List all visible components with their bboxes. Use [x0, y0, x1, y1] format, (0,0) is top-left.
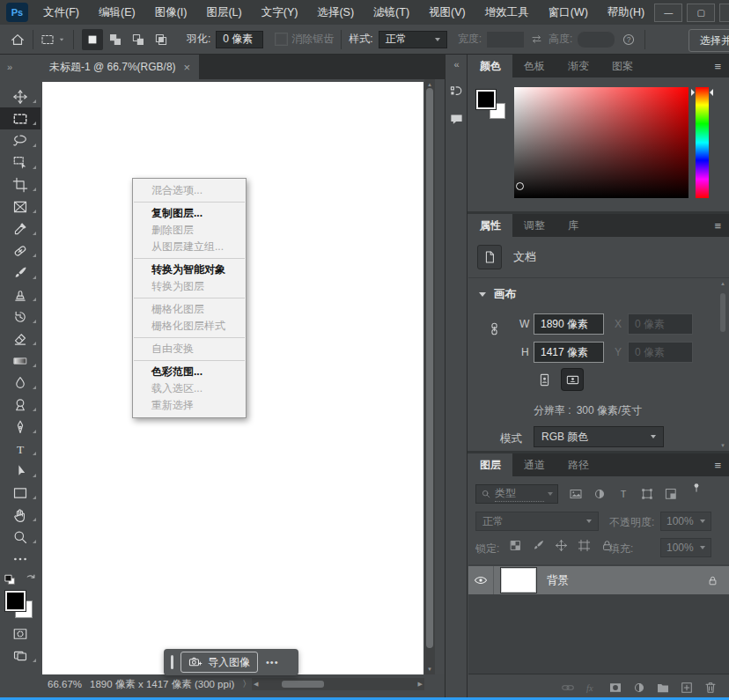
swap-width-height-icon[interactable] [530, 33, 543, 46]
filter-pixel-layers-icon[interactable] [569, 487, 583, 501]
horizontal-scrollbar-thumb[interactable] [282, 681, 324, 688]
saturation-brightness-field[interactable] [514, 87, 688, 198]
properties-panel-tab-1[interactable]: 调整 [512, 214, 556, 237]
toolbar-collapse-icon[interactable]: » [0, 55, 40, 79]
minimize-button[interactable]: — [654, 4, 682, 22]
frame-tool[interactable] [0, 195, 40, 217]
dodge-tool[interactable] [0, 394, 40, 416]
properties-panel-menu-icon[interactable]: ≡ [714, 214, 721, 237]
panel-collapse-icon[interactable]: « [446, 55, 467, 74]
menu-item-0[interactable]: 文件(F) [33, 0, 89, 25]
style-select[interactable]: 正常 [379, 31, 447, 48]
layers-panel-tab-2[interactable]: 路径 [556, 453, 600, 476]
import-image-button[interactable]: 导入图像 [180, 652, 258, 673]
color-panel-menu-icon[interactable]: ≡ [714, 55, 721, 77]
selection-mode-add-icon[interactable] [105, 29, 126, 50]
comments-panel-icon[interactable] [446, 107, 467, 130]
type-tool[interactable]: T [0, 438, 40, 460]
adjustment-layer-icon[interactable] [632, 681, 646, 695]
filter-pin-icon[interactable] [690, 482, 703, 494]
object-selection-tool[interactable] [0, 151, 40, 173]
layers-panel-tab-1[interactable]: 通道 [512, 453, 556, 476]
horizontal-scrollbar[interactable]: ◀ ▶ [252, 678, 424, 690]
lasso-tool[interactable] [0, 129, 40, 151]
properties-panel-tab-2[interactable]: 库 [556, 214, 590, 237]
hue-slider-marker[interactable] [691, 89, 695, 96]
panel-foreground-swatch[interactable] [476, 90, 496, 109]
context-menu-item-14[interactable]: 色彩范围... [133, 364, 246, 380]
menu-item-9[interactable]: 窗口(W) [539, 0, 598, 25]
context-menu-item-6[interactable]: 转换为智能对象 [133, 262, 246, 278]
quick-mask-button[interactable] [0, 623, 40, 645]
rectangle-tool[interactable] [0, 482, 40, 504]
import-bar-more-icon[interactable]: ••• [266, 657, 279, 667]
tool-preset-marquee-icon[interactable] [40, 33, 55, 47]
history-brush-tool[interactable] [0, 306, 40, 328]
document-tab[interactable]: 未标题-1 @ 66.7%(RGB/8) × [40, 55, 199, 79]
close-button[interactable]: ✕ [719, 4, 729, 22]
layers-panel-menu-icon[interactable]: ≡ [714, 453, 721, 476]
eyedropper-tool[interactable] [0, 217, 40, 239]
learn-panel-icon[interactable] [446, 79, 467, 102]
properties-panel-tab-0[interactable]: 属性 [468, 214, 512, 237]
menu-item-6[interactable]: 滤镜(T) [364, 0, 419, 25]
color-panel-tab-0[interactable]: 颜色 [468, 55, 512, 77]
zoom-level[interactable]: 66.67% [48, 679, 82, 689]
color-field-cursor[interactable] [516, 182, 524, 190]
canvas-section-header[interactable]: 画布 [479, 287, 516, 302]
maximize-button[interactable]: ▢ [687, 4, 715, 22]
layer-row-background[interactable]: 背景 [468, 566, 729, 594]
link-dimensions-icon[interactable] [487, 321, 502, 336]
menu-item-2[interactable]: 图像(I) [145, 0, 197, 25]
menu-item-10[interactable]: 帮助(H) [598, 0, 654, 25]
rectangular-marquee-tool[interactable] [0, 107, 40, 129]
orientation-portrait-button[interactable] [534, 369, 555, 390]
layer-thumbnail[interactable] [502, 569, 535, 592]
healing-brush-tool[interactable] [0, 239, 40, 262]
foreground-color-swatch[interactable] [5, 591, 26, 611]
move-tool[interactable] [0, 85, 40, 107]
brush-tool[interactable] [0, 262, 40, 284]
layer-name[interactable]: 背景 [547, 573, 569, 588]
home-icon[interactable] [10, 32, 26, 48]
layers-panel-tab-0[interactable]: 图层 [468, 453, 512, 476]
layer-filter-select[interactable]: 类型 [475, 484, 558, 504]
link-layers-icon[interactable] [561, 681, 575, 695]
screen-mode-button[interactable] [0, 645, 40, 667]
eraser-tool[interactable] [0, 328, 40, 350]
crop-tool[interactable] [0, 173, 40, 195]
filter-smart-objects-icon[interactable] [664, 487, 678, 501]
anti-alias-checkbox[interactable] [276, 33, 287, 45]
tab-close-icon[interactable]: × [184, 61, 191, 74]
menu-item-4[interactable]: 文字(Y) [252, 0, 308, 25]
canvas-height-input[interactable]: 1417 像素 [534, 342, 604, 363]
hand-tool[interactable] [0, 504, 40, 526]
menu-item-3[interactable]: 图层(L) [196, 0, 251, 25]
menu-item-7[interactable]: 视图(V) [419, 0, 475, 25]
canvas-width-input[interactable]: 1890 像素 [534, 313, 604, 335]
status-menu-chevron-icon[interactable]: 〉 [242, 678, 251, 690]
vertical-scrollbar[interactable]: ▲ ▼ [424, 79, 435, 674]
edit-toolbar-icon[interactable] [0, 548, 40, 570]
new-layer-icon[interactable] [680, 681, 694, 695]
lock-artboard-icon[interactable] [578, 539, 591, 552]
import-bar-drag-handle[interactable] [171, 655, 173, 669]
selection-mode-new-icon[interactable] [82, 29, 103, 50]
select-and-mask-button[interactable]: 选择并遮住… [688, 29, 729, 52]
new-group-icon[interactable] [656, 681, 670, 695]
color-panel-tab-2[interactable]: 渐变 [556, 55, 600, 77]
orientation-landscape-button[interactable] [562, 369, 583, 390]
default-colors-icon[interactable] [4, 573, 17, 586]
lock-paint-icon[interactable] [532, 539, 545, 552]
context-menu-item-2[interactable]: 复制图层... [133, 205, 246, 222]
gradient-tool[interactable] [0, 350, 40, 372]
tool-preset-caret-icon[interactable] [57, 35, 66, 44]
menu-item-8[interactable]: 增效工具 [475, 0, 539, 25]
feather-input[interactable]: 0 像素 [216, 31, 263, 48]
path-selection-tool[interactable] [0, 460, 40, 482]
layer-visibility-toggle[interactable] [468, 566, 494, 594]
selection-mode-intersect-icon[interactable] [151, 29, 172, 50]
pen-tool[interactable] [0, 416, 40, 438]
lock-position-icon[interactable] [555, 539, 568, 552]
menu-item-5[interactable]: 选择(S) [307, 0, 364, 25]
